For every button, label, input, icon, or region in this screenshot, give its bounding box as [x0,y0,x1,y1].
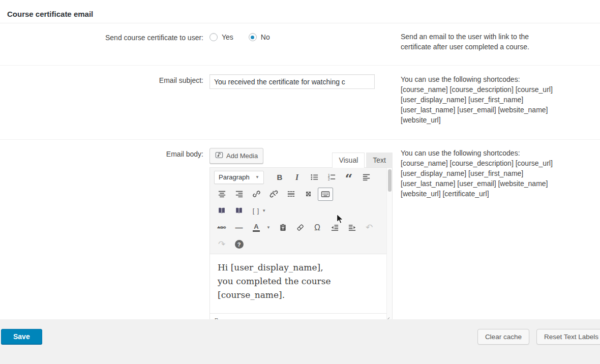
open-book-icon [234,206,244,215]
eraser-icon [296,223,305,232]
email-subject-row: Email subject: You can use the following… [0,66,600,140]
radio-yes-label: Yes [222,33,233,41]
add-media-button[interactable]: Add Media [209,148,263,164]
indent-icon [348,223,356,232]
align-center-icon [218,190,226,198]
tab-visual[interactable]: Visual [332,153,365,168]
blockquote-icon: “ [345,174,353,180]
blockquote-button[interactable]: “ [341,171,356,184]
bullet-list-button[interactable] [307,171,322,184]
text-color-button[interactable]: A [249,221,264,234]
svg-text:1: 1 [327,173,329,177]
send-certificate-radio-group: Yes No [209,32,392,41]
fullscreen-icon [304,190,313,198]
media-icon [215,151,223,161]
horizontal-rule-button[interactable]: — [231,221,247,234]
certificate-book-button-2[interactable] [231,204,247,218]
chevron-down-icon: ▼ [266,226,271,230]
radio-yes-icon[interactable] [209,33,218,41]
email-body-help-text: You can use the following shortcodes: [c… [396,148,575,199]
radio-no-label: No [261,33,270,41]
footer-bar: Save Clear cache Reset Text Labels [0,319,600,364]
radio-option-yes[interactable]: Yes [209,33,233,41]
clear-formatting-button[interactable] [292,221,308,234]
italic-button[interactable]: I [289,171,305,184]
help-icon: ? [235,240,244,249]
toolbar-toggle-button[interactable] [318,188,333,201]
help-button[interactable]: ? [231,238,247,251]
undo-icon: ↶ [366,223,373,232]
radio-option-no[interactable]: No [249,33,270,41]
align-left-icon [362,173,371,181]
align-left-button[interactable] [358,171,374,184]
email-body-row: Email body: Add Media [0,140,600,325]
chevron-down-icon: ▼ [255,175,259,179]
reset-text-labels-button[interactable]: Reset Text Labels [536,329,600,345]
editor-scrollbar[interactable] [386,168,392,325]
redo-icon: ↷ [218,240,225,249]
certificate-book-button-1[interactable] [214,204,229,218]
align-right-icon [235,190,244,198]
clear-cache-button[interactable]: Clear cache [477,329,529,345]
align-right-button[interactable] [231,188,247,201]
bullet-list-icon [310,173,319,181]
open-book-icon [217,206,226,215]
undo-button[interactable]: ↶ [362,221,377,234]
more-tag-icon [287,190,295,198]
horizontal-rule-icon: — [235,223,243,232]
chevron-down-icon: ▼ [262,209,266,213]
redo-button[interactable]: ↷ [214,238,229,251]
email-subject-label: Email subject: [0,74,203,84]
unlink-icon [269,190,278,198]
fullscreen-button[interactable] [301,188,316,201]
outdent-button[interactable] [327,221,342,234]
keyboard-icon [321,190,330,199]
editor-content[interactable]: Hi [user_display_name], you completed th… [210,254,392,313]
tab-text[interactable]: Text [366,153,393,168]
email-subject-input[interactable] [209,74,375,89]
editor-tabs: Visual Text [332,153,393,168]
course-certificate-settings-page: Course certificate email Send course cer… [0,0,600,364]
page-title: Course certificate email [0,0,600,23]
align-center-button[interactable] [214,188,229,201]
strikethrough-button[interactable]: ABC [214,221,229,234]
insert-link-button[interactable] [249,188,264,201]
scrollbar-thumb[interactable] [388,169,392,192]
special-character-button[interactable]: Ω [310,221,325,234]
numbered-list-button[interactable]: 1 2 [324,171,339,184]
save-button[interactable]: Save [1,329,42,344]
bold-button[interactable]: B [272,171,287,184]
radio-no-icon[interactable] [249,33,257,41]
remove-link-button[interactable] [266,188,281,201]
send-certificate-label: Send course certificate to user: [0,32,203,42]
paste-text-icon [279,223,287,232]
numbered-list-icon: 1 2 [327,173,336,181]
send-certificate-row: Send course certificate to user: Yes No … [0,23,600,66]
omega-icon: Ω [314,223,320,232]
more-tag-button[interactable] [283,188,298,201]
email-subject-help-text: You can use the following shortcodes: [c… [396,74,575,125]
shortcode-brackets-icon: [ ] [253,207,259,215]
svg-text:2: 2 [327,177,329,181]
paragraph-format-select[interactable]: Paragraph ▼ [214,171,264,184]
add-media-label: Add Media [226,152,258,160]
text-color-caret-button[interactable]: ▼ [264,221,273,234]
send-certificate-help-text: Send an email to the user with link to t… [396,32,575,52]
paste-as-text-button[interactable] [275,221,290,234]
strikethrough-icon: ABC [217,225,226,230]
italic-icon: I [295,173,298,182]
text-color-icon: A [253,223,259,232]
indent-button[interactable] [344,221,359,234]
email-body-label: Email body: [0,148,203,158]
editor-toolbar: Paragraph ▼ B I [210,168,392,254]
link-icon [252,190,261,198]
bold-icon: B [277,173,283,181]
paragraph-format-label: Paragraph [219,173,250,181]
editor-frame: Paragraph ▼ B I [209,167,393,325]
shortcode-dropdown-button[interactable]: [ ] ▼ [249,204,270,218]
wysiwyg-editor: Add Media Visual Text Paragraph ▼ [209,148,393,325]
outdent-icon [331,223,339,232]
